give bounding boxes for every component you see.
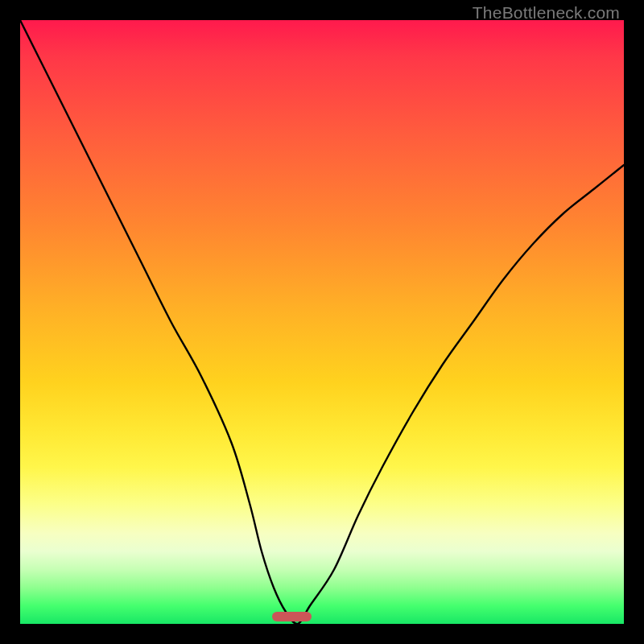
optimal-range-marker (272, 612, 312, 621)
bottleneck-curve (20, 20, 624, 624)
watermark-text: TheBottleneck.com (473, 3, 620, 23)
chart-frame: TheBottleneck.com (0, 0, 644, 644)
plot-area (20, 20, 624, 624)
